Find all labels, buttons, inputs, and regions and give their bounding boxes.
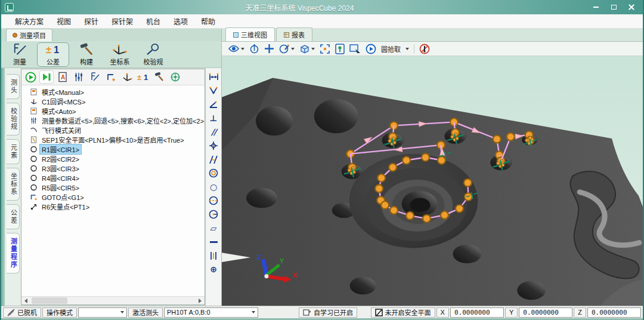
x-coordinate-readout: 0.0000000 xyxy=(450,307,504,318)
step-run-button[interactable] xyxy=(39,70,54,84)
circle-pick-dropdown[interactable]: 圆拾取 xyxy=(381,44,409,54)
status-bar: 已脱机 操作模式 激活测头 PH10T A:0,B:0 自学习已开启 未开启安全… xyxy=(1,306,643,318)
tree-row-measure-params[interactable]: 测量参数逼近<5>,回退<5>,搜索<6>,定位<2>,定位加<2>,测量 xyxy=(25,116,205,125)
scrollbar-thumb[interactable] xyxy=(32,297,67,304)
menu-help[interactable]: 帮助 xyxy=(194,14,222,28)
tree-row-safety-plane[interactable]: SEP1安全平面<PLN1>偏移<10>是否启用<True> xyxy=(25,135,205,144)
side-tab-tolerance[interactable]: 公差 xyxy=(7,204,20,229)
report-button[interactable]: A xyxy=(55,70,70,84)
gdt-true-position-icon[interactable]: ⊕ xyxy=(207,263,220,275)
coordinate-button[interactable] xyxy=(120,70,134,84)
gdt-angle-arrows-icon[interactable] xyxy=(207,85,220,97)
tree-row-circle-cir3[interactable]: R3圆<CIR3> xyxy=(25,164,205,173)
scroll-right-button[interactable] xyxy=(196,297,205,304)
gdt-symmetry-icon[interactable] xyxy=(207,250,220,261)
zoom-fit-button[interactable] xyxy=(320,44,330,54)
scroll-left-icon xyxy=(24,299,27,303)
window-select-button[interactable] xyxy=(349,44,361,54)
goto-button[interactable] xyxy=(104,70,118,84)
gdt-flatness-icon[interactable]: ▱ xyxy=(207,222,220,234)
gdt-perpendicularity-icon[interactable]: ⊥ xyxy=(207,112,220,124)
gdt-straightness-icon[interactable] xyxy=(207,236,220,248)
dropdown-caret-icon xyxy=(120,311,124,313)
gdt-concentricity-icon[interactable] xyxy=(207,167,220,179)
ribbon-measure-button[interactable]: 测量 xyxy=(4,42,36,67)
cube-view-button[interactable] xyxy=(299,44,315,54)
construct-button[interactable] xyxy=(152,70,166,84)
pan-button[interactable] xyxy=(264,44,274,54)
probe-target-icon xyxy=(170,72,181,82)
ribbon-tolerance-button[interactable]: ±1 公差 xyxy=(37,42,69,67)
menu-solution[interactable]: 解决方案 xyxy=(8,14,50,28)
active-probe-select[interactable]: PH10T A:0,B:0 xyxy=(164,307,258,318)
tree-row-circle-cir5[interactable]: R5圆<CIR5> xyxy=(25,183,205,192)
probe-target-button[interactable] xyxy=(168,70,182,84)
scroll-left-button[interactable] xyxy=(21,297,30,304)
locate-button[interactable] xyxy=(335,44,345,54)
tab-measure-project[interactable]: 测量项目 xyxy=(6,29,52,41)
tree-row-fly-mode[interactable]: 飞行模式关闭 xyxy=(25,125,205,135)
triad-y-label: Y xyxy=(280,257,284,264)
close-button[interactable] xyxy=(624,2,639,12)
gdt-circular-runout-icon[interactable] xyxy=(207,208,220,220)
tab-report[interactable]: 报表 xyxy=(276,27,312,41)
edit-circle-button[interactable] xyxy=(279,44,295,54)
side-tab-probe[interactable]: 测头 xyxy=(7,74,20,99)
view-toolbar: 圆拾取 xyxy=(222,42,643,56)
menu-view[interactable]: 视图 xyxy=(50,14,78,28)
side-tab-gauge[interactable]: 校验规 xyxy=(7,103,20,136)
side-tab-measure-program[interactable]: 测量程序 xyxy=(7,233,20,273)
tree-row-goto-g1[interactable]: GOTO点<G1> xyxy=(25,192,205,202)
maximize-button[interactable] xyxy=(606,2,621,12)
tree-horizontal-scrollbar[interactable] xyxy=(21,296,205,304)
fly-mode-icon xyxy=(30,127,38,134)
operation-mode-select[interactable] xyxy=(78,307,127,318)
pan-cross-icon xyxy=(264,44,274,54)
tab-3d-view[interactable]: 三维视图 xyxy=(225,27,275,41)
gdt-circularity-icon[interactable]: ○ xyxy=(207,181,220,193)
run-button[interactable] xyxy=(23,70,38,84)
gdt-inclined-parallelism-icon[interactable] xyxy=(207,153,220,165)
svg-text:±: ± xyxy=(46,44,51,55)
menu-options[interactable]: 选项 xyxy=(167,14,194,28)
side-tab-element[interactable]: 元素 xyxy=(7,139,20,164)
tree-row-recall-mcs[interactable]: C1回调<MCS> xyxy=(25,97,205,106)
side-tab-coordinate[interactable]: 坐标系 xyxy=(7,168,20,201)
auto-run-button[interactable] xyxy=(366,44,376,54)
ribbon-construct-button[interactable]: 构建 xyxy=(70,42,103,67)
x-coordinate-value: 0.0000000 xyxy=(454,309,490,316)
y-axis-label: Y xyxy=(509,309,513,316)
gdt-distance-icon[interactable] xyxy=(207,71,220,83)
gdt-angle-icon[interactable] xyxy=(207,99,220,110)
measure-button[interactable] xyxy=(88,70,102,84)
menu-probe-rack[interactable]: 探针架 xyxy=(105,14,140,28)
circle-icon xyxy=(30,165,38,172)
gdt-cylindricity-icon[interactable] xyxy=(207,195,220,207)
gdt-parallelism-icon[interactable]: // xyxy=(207,126,220,138)
coordinate-axes-icon xyxy=(112,43,128,56)
tree-row-circle-cir4[interactable]: R4圆<CIR4> xyxy=(25,173,205,183)
pick-disabled-button[interactable] xyxy=(419,44,430,54)
tree-row-circle-cir1[interactable]: R1圆<CIR1> xyxy=(25,144,205,154)
ribbon-gauge-button[interactable]: 校验规 xyxy=(137,42,169,67)
menu-machine[interactable]: 机台 xyxy=(140,14,167,28)
circle-pick-label: 圆拾取 xyxy=(381,44,401,54)
measure-params-button[interactable] xyxy=(72,70,86,84)
tree-row-mode-manual[interactable]: 模式<Manual> xyxy=(25,87,205,97)
svg-text:A: A xyxy=(61,74,65,81)
tree-row-circle-cir2[interactable]: R2圆<CIR2> xyxy=(25,154,205,164)
edit-circle-icon xyxy=(279,44,290,54)
tolerance-button[interactable]: ±1 xyxy=(136,70,150,84)
gdt-position-icon[interactable] xyxy=(207,140,220,152)
orbit-button[interactable] xyxy=(249,44,259,54)
ribbon-coordinate-button[interactable]: 坐标系 xyxy=(104,42,136,67)
circle-icon xyxy=(30,184,38,191)
y-coordinate-readout: 0.0000000 xyxy=(519,307,572,318)
viewport-3d[interactable]: Z Y X xyxy=(222,56,643,306)
tree-row-vector-point-pt1[interactable]: R6矢量点<PT1> xyxy=(25,202,205,211)
hammer-icon xyxy=(78,43,95,56)
menu-probe[interactable]: 探针 xyxy=(78,14,105,28)
tree-row-mode-auto[interactable]: 模式<Auto> xyxy=(25,106,205,116)
view-options-button[interactable] xyxy=(228,44,244,53)
minimize-button[interactable] xyxy=(588,2,603,12)
